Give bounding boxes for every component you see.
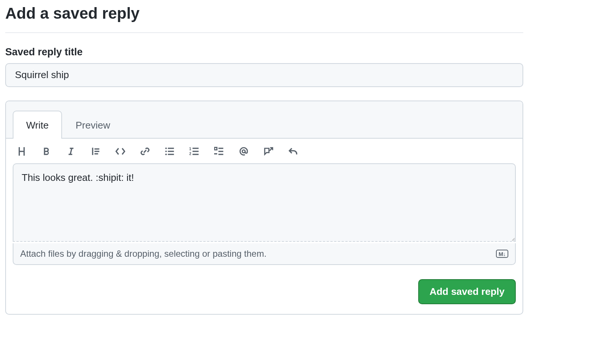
tab-preview[interactable]: Preview: [62, 111, 123, 139]
code-icon[interactable]: [114, 145, 126, 157]
svg-point-1: [165, 150, 167, 152]
title-label: Saved reply title: [5, 46, 523, 58]
markdown-icon[interactable]: M↓: [496, 250, 508, 258]
editor-card: Write Preview: [5, 101, 523, 315]
task-list-icon[interactable]: [213, 145, 225, 157]
svg-text:1: 1: [189, 146, 191, 151]
svg-text:2: 2: [189, 151, 191, 155]
heading-icon[interactable]: [16, 145, 28, 157]
unordered-list-icon[interactable]: [164, 145, 176, 157]
svg-point-2: [165, 154, 167, 155]
body-textarea[interactable]: [13, 163, 516, 242]
title-input[interactable]: [5, 63, 523, 87]
svg-rect-11: [215, 147, 217, 150]
svg-rect-4: [168, 151, 174, 152]
reply-icon[interactable]: [287, 145, 299, 157]
italic-icon[interactable]: [65, 145, 77, 157]
page-title: Add a saved reply: [5, 4, 523, 24]
svg-rect-10: [192, 154, 198, 155]
cross-reference-icon[interactable]: [262, 145, 274, 157]
quote-icon[interactable]: [90, 145, 102, 157]
svg-rect-8: [192, 148, 198, 149]
divider: [5, 33, 523, 33]
add-saved-reply-button[interactable]: Add saved reply: [418, 279, 516, 304]
svg-rect-9: [192, 151, 198, 152]
attach-files-dropzone[interactable]: Attach files by dragging & dropping, sel…: [13, 243, 516, 265]
editor-toolbar: 12: [6, 139, 523, 160]
ordered-list-icon[interactable]: 12: [188, 145, 200, 157]
svg-rect-5: [168, 154, 174, 155]
svg-rect-3: [168, 148, 174, 149]
attach-hint: Attach files by dragging & dropping, sel…: [20, 249, 266, 259]
tab-write[interactable]: Write: [13, 111, 62, 139]
editor-tabs: Write Preview: [6, 101, 523, 139]
bold-icon[interactable]: [40, 145, 52, 157]
link-icon[interactable]: [139, 145, 151, 157]
mention-icon[interactable]: [238, 145, 250, 157]
svg-point-0: [165, 147, 167, 149]
